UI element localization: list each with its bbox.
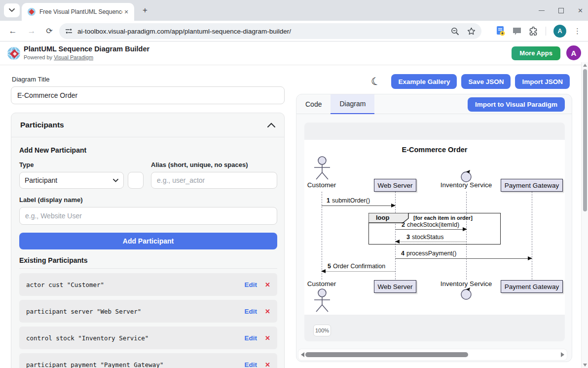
browser-tabstrip: Free Visual PlantUML Sequence ✕ + ✕ xyxy=(0,0,588,21)
add-new-participant-heading: Add New Participant xyxy=(19,146,86,154)
url-text[interactable]: ai-toolbox.visual-paradigm.com/app/plant… xyxy=(77,28,447,35)
tab-title: Free Visual PlantUML Sequence xyxy=(39,8,122,15)
participants-header[interactable]: Participants xyxy=(11,113,284,137)
tab-code[interactable]: Code xyxy=(296,94,331,114)
color-swatch-box[interactable] xyxy=(128,172,144,189)
message-label: 4processPayment() xyxy=(401,250,456,257)
site-info-icon[interactable] xyxy=(65,28,73,35)
page-vertical-scrollbar[interactable] xyxy=(581,62,588,368)
message-label: 2checkStock(itemId) xyxy=(402,221,459,228)
tab-search-button[interactable] xyxy=(4,3,20,17)
address-bar[interactable]: ai-toolbox.visual-paradigm.com/app/plant… xyxy=(59,23,481,39)
comment-extension-icon[interactable] xyxy=(513,27,521,36)
edit-link[interactable]: Edit xyxy=(245,308,257,315)
message-seq: 2 xyxy=(402,221,405,228)
scroll-left-icon[interactable] xyxy=(301,352,304,357)
diagram-title-label: Diagram Title xyxy=(12,76,50,83)
edit-link[interactable]: Edit xyxy=(245,281,257,288)
app-title: PlantUML Sequence Diagram Builder xyxy=(24,45,149,53)
control-icon xyxy=(460,169,473,182)
diagram-title-input[interactable] xyxy=(11,86,285,104)
browser-profile-avatar[interactable]: A xyxy=(553,25,566,38)
zoom-out-page-icon[interactable] xyxy=(451,27,459,36)
actor-icon xyxy=(311,288,333,313)
participant-box: Web Server xyxy=(374,179,416,192)
window-close-icon[interactable]: ✕ xyxy=(578,7,583,14)
edit-link[interactable]: Edit xyxy=(245,361,257,368)
more-apps-button[interactable]: More Apps xyxy=(512,46,560,60)
loop-fragment: loop [for each item in order] 2checkStoc… xyxy=(368,213,501,245)
forward-icon[interactable]: → xyxy=(26,25,37,37)
display-name-input[interactable]: e.g., Website User xyxy=(19,207,277,225)
top-actions: ☾ Example Gallery Save JSON Import JSON xyxy=(371,74,570,89)
import-json-button[interactable]: Import JSON xyxy=(515,74,570,89)
arrowhead-icon xyxy=(391,204,396,207)
display-name-label: Label (display name) xyxy=(19,196,83,204)
message-label: 3stockStatus xyxy=(406,234,444,241)
tab-diagram[interactable]: Diagram xyxy=(331,94,374,114)
diagram-panel: Code Diagram Import to Visual Paradigm E… xyxy=(296,94,572,362)
message-label: 5Order Confirmation xyxy=(328,263,385,270)
scroll-right-icon[interactable] xyxy=(561,352,564,357)
save-json-button[interactable]: Save JSON xyxy=(461,74,511,89)
user-avatar[interactable]: A xyxy=(566,45,581,60)
remove-icon[interactable]: ✕ xyxy=(265,308,270,315)
edit-link[interactable]: Edit xyxy=(245,334,257,342)
browser-toolbar: ← → ⟳ ai-toolbox.visual-paradigm.com/app… xyxy=(0,21,588,41)
app-header: PlantUML Sequence Diagram Builder Powere… xyxy=(0,41,588,65)
add-participant-button[interactable]: Add Participant xyxy=(19,233,277,249)
reload-icon[interactable]: ⟳ xyxy=(43,25,55,37)
import-to-visual-paradigm-button[interactable]: Import to Visual Paradigm xyxy=(468,97,565,112)
remove-icon[interactable]: ✕ xyxy=(265,281,270,288)
scrollbar-thumb[interactable] xyxy=(583,69,587,211)
participant-row: participant payment "Payment Gateway" Ed… xyxy=(19,353,277,368)
chevron-up-icon[interactable] xyxy=(267,121,275,129)
message-text: submitOrder() xyxy=(332,197,370,204)
lifeline-customer xyxy=(322,192,322,280)
zoom-level-badge: 100% xyxy=(313,325,331,336)
bookmark-star-icon[interactable] xyxy=(467,27,476,36)
docs-offline-extension-icon[interactable] xyxy=(496,26,505,36)
back-icon[interactable]: ← xyxy=(7,25,19,37)
dark-mode-toggle-moon-icon[interactable]: ☾ xyxy=(369,75,381,88)
scroll-up-icon[interactable] xyxy=(583,64,587,67)
powered-by: Powered by Visual Paradigm xyxy=(24,54,93,60)
remove-icon[interactable]: ✕ xyxy=(265,334,270,342)
participant-code: control stock "Inventory Service" xyxy=(26,334,148,342)
site-favicon-icon xyxy=(28,8,36,16)
actor-icon xyxy=(311,156,333,180)
new-tab-button[interactable]: + xyxy=(140,5,150,15)
alias-input[interactable]: e.g., user_actor xyxy=(151,172,277,189)
scrollbar-thumb[interactable] xyxy=(305,352,468,357)
remove-icon[interactable]: ✕ xyxy=(265,361,270,368)
scroll-down-icon[interactable] xyxy=(583,364,587,367)
browser-tab[interactable]: Free Visual PlantUML Sequence ✕ xyxy=(22,3,134,21)
chevron-down-icon xyxy=(113,179,118,182)
maximize-icon[interactable] xyxy=(558,8,564,13)
diagram-title: E-Commerce Order xyxy=(304,146,565,154)
minimize-icon[interactable] xyxy=(539,10,545,11)
extensions-puzzle-icon[interactable] xyxy=(529,27,538,36)
message-seq: 3 xyxy=(406,234,410,241)
main-content: Diagram Title Participants Add New Parti… xyxy=(0,65,588,368)
message-return-arrow xyxy=(322,271,395,272)
message-text: checkStock(itemId) xyxy=(407,221,459,228)
type-select-value: Participant xyxy=(25,176,113,184)
visual-paradigm-link[interactable]: Visual Paradigm xyxy=(54,54,93,60)
browser-menu-icon[interactable]: ⋮ xyxy=(574,27,581,36)
diagram-viewer[interactable]: E-Commerce Order Customer Web Server xyxy=(304,123,565,341)
arrowhead-icon xyxy=(463,227,467,231)
participant-code: participant payment "Payment Gateway" xyxy=(26,361,163,368)
arrowhead-icon xyxy=(321,269,326,273)
participants-card: Participants Add New Participant Type Al… xyxy=(11,113,285,368)
tab-close-icon[interactable]: ✕ xyxy=(122,8,130,16)
sequence-diagram-canvas: E-Commerce Order Customer Web Server xyxy=(304,140,565,315)
participant-name: Customer xyxy=(305,181,338,189)
message-text: Order Confirmation xyxy=(333,263,385,270)
visual-paradigm-logo-icon xyxy=(6,45,22,63)
horizontal-scrollbar[interactable] xyxy=(298,349,567,360)
participant-name: Inventory Service xyxy=(439,280,494,287)
control-icon xyxy=(460,287,473,300)
example-gallery-button[interactable]: Example Gallery xyxy=(391,74,457,89)
type-select[interactable]: Participant xyxy=(19,172,124,189)
